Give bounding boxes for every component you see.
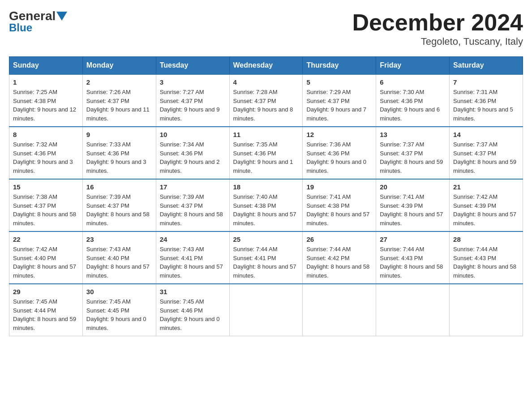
calendar-cell: 8 Sunrise: 7:32 AM Sunset: 4:36 PM Dayli… <box>9 127 83 179</box>
sunrise-label: Sunrise: 7:27 AM <box>160 89 204 95</box>
calendar-cell: 4 Sunrise: 7:28 AM Sunset: 4:37 PM Dayli… <box>229 74 303 127</box>
weekday-header-saturday: Saturday <box>450 57 523 75</box>
logo: General Blue <box>9 9 68 34</box>
calendar-cell: 7 Sunrise: 7:31 AM Sunset: 4:36 PM Dayli… <box>450 74 523 127</box>
day-info: Sunrise: 7:42 AM Sunset: 4:40 PM Dayligh… <box>13 245 79 280</box>
day-info: Sunrise: 7:29 AM Sunset: 4:37 PM Dayligh… <box>306 88 372 123</box>
sunrise-label: Sunrise: 7:45 AM <box>160 298 204 305</box>
sunrise-label: Sunrise: 7:36 AM <box>306 141 351 148</box>
daylight-label: Daylight: 8 hours and 58 minutes. <box>160 211 223 227</box>
sunrise-label: Sunrise: 7:45 AM <box>86 298 131 305</box>
day-number: 12 <box>306 131 372 138</box>
day-number: 19 <box>306 183 372 191</box>
logo-triangle-icon <box>56 12 67 21</box>
daylight-label: Daylight: 8 hours and 57 minutes. <box>380 211 443 227</box>
sunrise-label: Sunrise: 7:32 AM <box>13 141 57 148</box>
sunset-label: Sunset: 4:44 PM <box>13 307 56 314</box>
calendar-cell: 28 Sunrise: 7:44 AM Sunset: 4:43 PM Dayl… <box>450 231 523 284</box>
daylight-label: Daylight: 8 hours and 58 minutes. <box>13 211 76 227</box>
calendar-cell: 26 Sunrise: 7:44 AM Sunset: 4:42 PM Dayl… <box>303 231 376 284</box>
daylight-label: Daylight: 8 hours and 57 minutes. <box>160 263 223 279</box>
weekday-header-tuesday: Tuesday <box>156 57 229 75</box>
week-row-2: 8 Sunrise: 7:32 AM Sunset: 4:36 PM Dayli… <box>9 127 523 179</box>
sunrise-label: Sunrise: 7:42 AM <box>453 193 498 200</box>
daylight-label: Daylight: 9 hours and 8 minutes. <box>233 106 293 122</box>
calendar-cell: 2 Sunrise: 7:26 AM Sunset: 4:37 PM Dayli… <box>82 74 156 127</box>
sunrise-label: Sunrise: 7:40 AM <box>233 193 278 200</box>
day-info: Sunrise: 7:44 AM Sunset: 4:43 PM Dayligh… <box>453 245 519 280</box>
calendar-cell: 19 Sunrise: 7:41 AM Sunset: 4:38 PM Dayl… <box>303 179 376 231</box>
calendar-cell <box>450 284 523 336</box>
calendar-cell <box>229 284 303 336</box>
day-info: Sunrise: 7:43 AM Sunset: 4:41 PM Dayligh… <box>160 245 226 280</box>
sunrise-label: Sunrise: 7:28 AM <box>233 89 278 95</box>
calendar-cell: 11 Sunrise: 7:35 AM Sunset: 4:36 PM Dayl… <box>229 127 303 179</box>
daylight-label: Daylight: 9 hours and 0 minutes. <box>86 316 146 331</box>
calendar-cell: 30 Sunrise: 7:45 AM Sunset: 4:45 PM Dayl… <box>82 284 156 336</box>
sunset-label: Sunset: 4:43 PM <box>453 255 496 261</box>
day-number: 22 <box>13 235 79 243</box>
calendar-cell: 15 Sunrise: 7:38 AM Sunset: 4:37 PM Dayl… <box>9 179 83 231</box>
sunrise-label: Sunrise: 7:35 AM <box>233 141 278 148</box>
day-info: Sunrise: 7:37 AM Sunset: 4:37 PM Dayligh… <box>453 140 519 175</box>
day-info: Sunrise: 7:26 AM Sunset: 4:37 PM Dayligh… <box>86 88 152 123</box>
title-section: December 2024 Tegoleto, Tuscany, Italy <box>352 9 523 47</box>
day-info: Sunrise: 7:44 AM Sunset: 4:43 PM Dayligh… <box>380 245 446 280</box>
daylight-label: Daylight: 8 hours and 57 minutes. <box>13 263 76 279</box>
sunrise-label: Sunrise: 7:39 AM <box>86 193 131 200</box>
day-number: 16 <box>86 183 152 191</box>
day-number: 31 <box>160 288 226 295</box>
sunset-label: Sunset: 4:46 PM <box>160 307 203 314</box>
sunset-label: Sunset: 4:40 PM <box>13 255 56 261</box>
day-info: Sunrise: 7:38 AM Sunset: 4:37 PM Dayligh… <box>13 193 79 227</box>
day-number: 14 <box>453 131 519 138</box>
daylight-label: Daylight: 9 hours and 0 minutes. <box>160 316 220 331</box>
day-number: 5 <box>306 78 372 86</box>
daylight-label: Daylight: 9 hours and 6 minutes. <box>380 106 440 122</box>
day-number: 20 <box>380 183 446 191</box>
page-header: General Blue December 2024 Tegoleto, Tus… <box>9 9 523 47</box>
week-row-1: 1 Sunrise: 7:25 AM Sunset: 4:38 PM Dayli… <box>9 74 523 127</box>
day-number: 13 <box>380 131 446 138</box>
calendar-cell: 3 Sunrise: 7:27 AM Sunset: 4:37 PM Dayli… <box>156 74 229 127</box>
sunset-label: Sunset: 4:42 PM <box>306 255 349 261</box>
sunrise-label: Sunrise: 7:42 AM <box>13 246 57 253</box>
sunset-label: Sunset: 4:36 PM <box>453 98 496 104</box>
calendar-cell: 25 Sunrise: 7:44 AM Sunset: 4:41 PM Dayl… <box>229 231 303 284</box>
calendar-table: SundayMondayTuesdayWednesdayThursdayFrid… <box>9 56 523 336</box>
calendar-cell <box>376 284 450 336</box>
sunset-label: Sunset: 4:41 PM <box>160 255 203 261</box>
daylight-label: Daylight: 8 hours and 57 minutes. <box>86 263 150 279</box>
location: Tegoleto, Tuscany, Italy <box>352 36 523 47</box>
day-info: Sunrise: 7:45 AM Sunset: 4:45 PM Dayligh… <box>86 297 152 332</box>
day-number: 1 <box>13 78 79 86</box>
sunrise-label: Sunrise: 7:41 AM <box>380 193 424 200</box>
day-number: 9 <box>86 131 152 138</box>
sunset-label: Sunset: 4:36 PM <box>86 150 129 157</box>
day-info: Sunrise: 7:27 AM Sunset: 4:37 PM Dayligh… <box>160 88 226 123</box>
calendar-cell: 6 Sunrise: 7:30 AM Sunset: 4:36 PM Dayli… <box>376 74 450 127</box>
day-number: 25 <box>233 235 299 243</box>
daylight-label: Daylight: 8 hours and 57 minutes. <box>453 211 516 227</box>
calendar-cell: 20 Sunrise: 7:41 AM Sunset: 4:39 PM Dayl… <box>376 179 450 231</box>
daylight-label: Daylight: 9 hours and 11 minutes. <box>86 106 150 122</box>
sunrise-label: Sunrise: 7:38 AM <box>13 193 57 200</box>
sunset-label: Sunset: 4:38 PM <box>306 202 349 209</box>
sunset-label: Sunset: 4:38 PM <box>13 98 56 104</box>
day-number: 18 <box>233 183 299 191</box>
sunrise-label: Sunrise: 7:29 AM <box>306 89 351 95</box>
day-info: Sunrise: 7:44 AM Sunset: 4:41 PM Dayligh… <box>233 245 299 280</box>
sunset-label: Sunset: 4:37 PM <box>233 98 276 104</box>
day-number: 11 <box>233 131 299 138</box>
day-number: 10 <box>160 131 226 138</box>
day-info: Sunrise: 7:36 AM Sunset: 4:36 PM Dayligh… <box>306 140 372 175</box>
day-number: 28 <box>453 235 519 243</box>
sunset-label: Sunset: 4:37 PM <box>86 98 129 104</box>
week-row-5: 29 Sunrise: 7:45 AM Sunset: 4:44 PM Dayl… <box>9 284 523 336</box>
sunset-label: Sunset: 4:43 PM <box>380 255 423 261</box>
daylight-label: Daylight: 9 hours and 9 minutes. <box>160 106 220 122</box>
daylight-label: Daylight: 9 hours and 0 minutes. <box>306 158 366 174</box>
daylight-label: Daylight: 8 hours and 57 minutes. <box>306 211 369 227</box>
sunset-label: Sunset: 4:38 PM <box>233 202 276 209</box>
daylight-label: Daylight: 9 hours and 3 minutes. <box>86 158 146 174</box>
